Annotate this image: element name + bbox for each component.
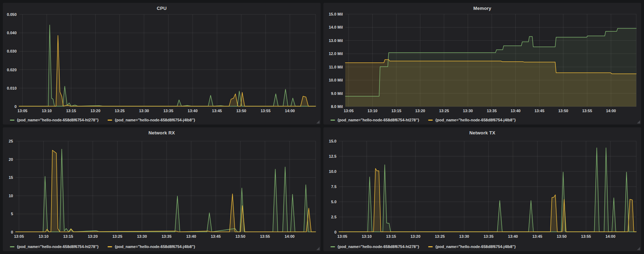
panel-resize-handle[interactable] [316,247,320,250]
legend-item-ht278[interactable]: {pod_name="hello-node-658d8f6754-ht278"} [10,118,98,122]
legend-item-j4lb8[interactable]: {pod_name="hello-node-658d8f6754-j4lb8"} [428,118,516,122]
svg-text:25: 25 [9,139,13,143]
svg-text:13:15: 13:15 [66,109,76,113]
svg-text:13:25: 13:25 [439,109,449,113]
legend-item-j4lb8[interactable]: {pod_name="hello-node-658d8f6754-j4lb8"} [108,244,195,249]
svg-text:13:45: 13:45 [211,234,221,238]
svg-text:10.0: 10.0 [329,169,336,174]
svg-text:12.0 Mil: 12.0 Mil [329,52,343,56]
legend-label: {pod_name="hello-node-658d8f6754-j4lb8"} [115,118,195,122]
svg-text:13:30: 13:30 [463,109,473,113]
series-color-swatch-yellow[interactable] [108,120,112,121]
legend-item-ht278[interactable]: {pod_name="hello-node-658d8f6754-ht278"} [330,244,419,249]
svg-text:15.0: 15.0 [329,139,336,143]
svg-text:13:45: 13:45 [534,109,544,113]
cpu-legend: {pod_name="hello-node-658d8f6754-ht278"}… [10,118,195,122]
svg-text:13:40: 13:40 [508,234,518,238]
svg-text:0.010: 0.010 [7,86,17,90]
svg-text:13:50: 13:50 [236,109,246,113]
network-rx-legend: {pod_name="hello-node-658d8f6754-ht278"}… [10,244,195,249]
svg-text:13:20: 13:20 [88,234,98,238]
legend-label: {pod_name="hello-node-658d8f6754-ht278"} [17,118,98,122]
legend-item-j4lb8[interactable]: {pod_name="hello-node-658d8f6754-j4lb8"} [108,118,195,122]
legend-label: {pod_name="hello-node-658d8f6754-j4lb8"} [435,118,516,122]
series-color-swatch-green[interactable] [330,246,335,247]
svg-text:13:35: 13:35 [163,109,173,113]
svg-text:13:10: 13:10 [38,234,48,238]
svg-text:11.0 Mil: 11.0 Mil [329,65,343,69]
panel-resize-handle[interactable] [637,247,640,250]
svg-text:7.5: 7.5 [331,185,336,189]
network-tx-chart[interactable]: 02.55.07.510.012.515.013:0513:1013:1513:… [323,127,641,251]
svg-text:0: 0 [11,230,13,234]
network-rx-chart[interactable]: 051015202513:0513:1013:1513:2013:2513:30… [3,127,321,251]
svg-text:0.030: 0.030 [7,49,17,53]
svg-text:13:10: 13:10 [42,109,52,113]
panel-resize-handle[interactable] [637,120,640,123]
svg-text:14.0 Mil: 14.0 Mil [329,25,343,29]
svg-text:13:55: 13:55 [582,109,592,113]
svg-text:8.0 Mil: 8.0 Mil [331,104,343,109]
svg-text:13:25: 13:25 [115,109,124,113]
svg-text:0.040: 0.040 [7,31,17,35]
svg-text:13:30: 13:30 [459,234,469,238]
memory-legend: {pod_name="hello-node-658d8f6754-ht278"}… [330,118,516,122]
svg-text:13:45: 13:45 [212,109,222,113]
series-color-swatch-green[interactable] [10,120,14,121]
svg-text:13.0 Mil: 13.0 Mil [329,38,343,43]
panel-resize-handle[interactable] [316,120,320,123]
cpu-chart[interactable]: 00.0100.0200.0300.0400.05013:0513:1013:1… [3,3,321,125]
network-tx-legend: {pod_name="hello-node-658d8f6754-ht278"}… [330,244,516,249]
svg-text:13:05: 13:05 [14,234,24,238]
svg-text:13:40: 13:40 [188,109,198,113]
panel-title-network-rx[interactable]: Network RX [3,130,321,135]
svg-text:0: 0 [14,104,17,109]
svg-text:13:30: 13:30 [139,109,149,113]
svg-text:12.5: 12.5 [329,154,336,158]
memory-chart[interactable]: 8.0 Mil9.0 Mil10.0 Mil11.0 Mil12.0 Mil13… [323,3,641,125]
svg-text:13:50: 13:50 [235,234,245,238]
series-color-swatch-yellow[interactable] [108,246,112,247]
legend-item-ht278[interactable]: {pod_name="hello-node-658d8f6754-ht278"} [10,244,98,249]
svg-text:13:55: 13:55 [261,109,271,113]
svg-text:15: 15 [9,175,13,180]
svg-text:5: 5 [11,212,13,216]
svg-text:13:55: 13:55 [260,234,270,238]
svg-text:13:10: 13:10 [367,109,377,113]
svg-text:10: 10 [9,194,13,198]
legend-label: {pod_name="hello-node-658d8f6754-j4lb8"} [435,244,516,249]
svg-text:13:45: 13:45 [532,234,542,238]
svg-text:14:00: 14:00 [606,234,615,238]
svg-text:13:15: 13:15 [63,234,73,238]
legend-label: {pod_name="hello-node-658d8f6754-ht278"} [17,244,98,249]
svg-text:0: 0 [334,230,336,234]
svg-text:13:15: 13:15 [386,234,396,238]
svg-text:10.0 Mil: 10.0 Mil [329,78,343,82]
svg-text:9.0 Mil: 9.0 Mil [331,91,343,96]
svg-text:14:00: 14:00 [606,109,616,113]
svg-text:13:05: 13:05 [18,109,28,113]
svg-text:13:40: 13:40 [186,234,196,238]
svg-text:13:10: 13:10 [362,234,372,238]
legend-item-j4lb8[interactable]: {pod_name="hello-node-658d8f6754-j4lb8"} [428,244,516,249]
svg-text:13:25: 13:25 [435,234,445,238]
legend-item-ht278[interactable]: {pod_name="hello-node-658d8f6754-ht278"} [330,118,419,122]
svg-text:13:50: 13:50 [557,234,566,238]
svg-text:13:35: 13:35 [484,234,493,238]
svg-text:13:50: 13:50 [558,109,568,113]
svg-text:13:15: 13:15 [391,109,401,113]
series-color-swatch-green[interactable] [10,246,14,247]
svg-text:13:20: 13:20 [90,109,100,113]
panel-title-network-tx[interactable]: Network TX [323,130,641,135]
svg-text:20: 20 [9,157,13,162]
series-color-swatch-yellow[interactable] [428,246,433,247]
svg-text:13:05: 13:05 [338,234,347,238]
series-color-swatch-green[interactable] [330,120,335,121]
panel-network-tx: 02.55.07.510.012.515.013:0513:1013:1513:… [323,127,641,251]
legend-label: {pod_name="hello-node-658d8f6754-ht278"} [338,118,419,122]
svg-text:13:25: 13:25 [113,234,122,238]
panel-title-cpu[interactable]: CPU [3,6,321,11]
series-color-swatch-yellow[interactable] [428,120,433,121]
svg-text:13:20: 13:20 [415,109,425,113]
panel-title-memory[interactable]: Memory [323,6,641,11]
